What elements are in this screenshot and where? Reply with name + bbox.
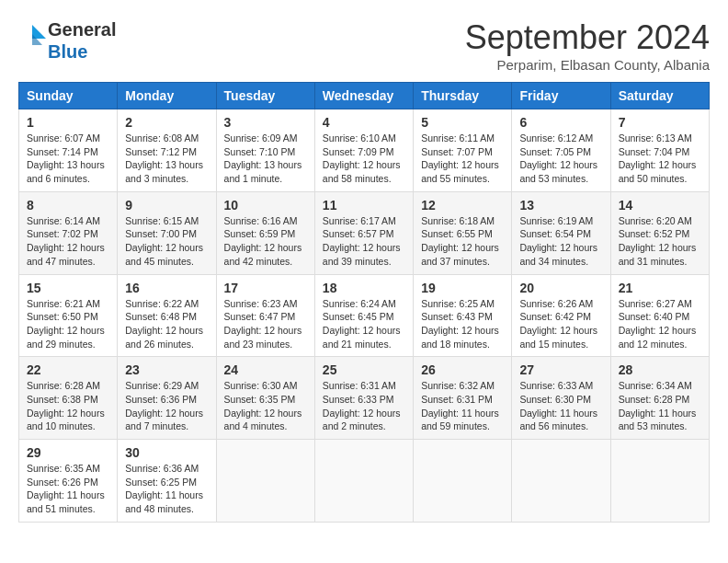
sunset-label: Sunset: 6:57 PM [323, 228, 394, 239]
day-number: 15 [27, 281, 109, 295]
sunrise-label: Sunrise: 6:31 AM [323, 380, 396, 391]
sunrise-label: Sunrise: 6:25 AM [421, 298, 495, 309]
day-number: 2 [125, 115, 208, 130]
calendar-day-cell: 3 Sunrise: 6:09 AM Sunset: 7:10 PM Dayli… [216, 109, 314, 192]
daylight-label: Daylight: 12 hours and 39 minutes. [323, 242, 401, 267]
day-of-week-header: Thursday [414, 83, 512, 109]
sunrise-label: Sunrise: 6:18 AM [421, 215, 495, 226]
sunrise-label: Sunrise: 6:07 AM [27, 132, 100, 144]
calendar-table: SundayMondayTuesdayWednesdayThursdayFrid… [18, 82, 710, 523]
calendar-day-cell: 1 Sunrise: 6:07 AM Sunset: 7:14 PM Dayli… [19, 109, 118, 192]
sunrise-label: Sunrise: 6:24 AM [323, 298, 396, 309]
daylight-label: Daylight: 12 hours and 18 minutes. [421, 325, 499, 350]
day-info: Sunrise: 6:34 AM Sunset: 6:28 PM Dayligh… [619, 379, 701, 433]
day-info: Sunrise: 6:24 AM Sunset: 6:45 PM Dayligh… [323, 297, 405, 351]
sunrise-label: Sunrise: 6:32 AM [421, 380, 495, 391]
calendar-day-cell: 29 Sunrise: 6:35 AM Sunset: 6:26 PM Dayl… [19, 440, 118, 523]
sunrise-label: Sunrise: 6:26 AM [519, 298, 593, 309]
day-info: Sunrise: 6:16 AM Sunset: 6:59 PM Dayligh… [224, 214, 307, 269]
calendar-day-cell: 10 Sunrise: 6:16 AM Sunset: 6:59 PM Dayl… [216, 191, 314, 274]
sunrise-label: Sunrise: 6:35 AM [27, 463, 100, 474]
sunset-label: Sunset: 6:42 PM [519, 311, 591, 322]
daylight-label: Daylight: 12 hours and 10 minutes. [27, 408, 105, 432]
month-title: September 2024 [465, 18, 710, 57]
day-info: Sunrise: 6:32 AM Sunset: 6:31 PM Dayligh… [421, 379, 504, 433]
sunrise-label: Sunrise: 6:29 AM [125, 380, 199, 391]
sunset-label: Sunset: 7:12 PM [125, 146, 197, 157]
sunset-label: Sunset: 7:14 PM [27, 146, 98, 157]
sunrise-label: Sunrise: 6:08 AM [125, 132, 199, 144]
daylight-label: Daylight: 11 hours and 56 minutes. [519, 408, 597, 432]
daylight-label: Daylight: 12 hours and 31 minutes. [619, 242, 697, 267]
calendar-day-cell: 26 Sunrise: 6:32 AM Sunset: 6:31 PM Dayl… [414, 357, 512, 440]
sunset-label: Sunset: 6:30 PM [519, 394, 591, 405]
calendar-day-cell: 25 Sunrise: 6:31 AM Sunset: 6:33 PM Dayl… [314, 357, 413, 440]
day-info: Sunrise: 6:22 AM Sunset: 6:48 PM Dayligh… [125, 297, 208, 351]
daylight-label: Daylight: 12 hours and 29 minutes. [27, 325, 105, 350]
day-number: 22 [27, 362, 109, 377]
calendar-day-cell: 30 Sunrise: 6:36 AM Sunset: 6:25 PM Dayl… [118, 440, 216, 523]
calendar-day-cell: 4 Sunrise: 6:10 AM Sunset: 7:09 PM Dayli… [314, 109, 413, 192]
day-number: 5 [421, 115, 504, 130]
daylight-label: Daylight: 12 hours and 45 minutes. [125, 242, 203, 267]
day-info: Sunrise: 6:12 AM Sunset: 7:05 PM Dayligh… [519, 132, 602, 186]
sunset-label: Sunset: 6:48 PM [125, 311, 197, 322]
day-number: 7 [619, 115, 701, 130]
daylight-label: Daylight: 12 hours and 37 minutes. [421, 242, 499, 267]
sunrise-label: Sunrise: 6:16 AM [224, 215, 298, 226]
logo: General Blue [18, 18, 116, 63]
day-info: Sunrise: 6:27 AM Sunset: 6:40 PM Dayligh… [619, 297, 701, 351]
day-info: Sunrise: 6:19 AM Sunset: 6:54 PM Dayligh… [519, 214, 602, 269]
calendar-day-cell [610, 440, 709, 523]
calendar-week-row: 1 Sunrise: 6:07 AM Sunset: 7:14 PM Dayli… [19, 109, 710, 192]
day-info: Sunrise: 6:29 AM Sunset: 6:36 PM Dayligh… [125, 379, 208, 433]
calendar-day-cell: 12 Sunrise: 6:18 AM Sunset: 6:55 PM Dayl… [414, 191, 512, 274]
day-info: Sunrise: 6:30 AM Sunset: 6:35 PM Dayligh… [224, 379, 307, 433]
calendar-day-cell: 7 Sunrise: 6:13 AM Sunset: 7:04 PM Dayli… [610, 109, 709, 192]
sunset-label: Sunset: 6:52 PM [619, 228, 690, 239]
calendar-day-cell [512, 440, 610, 523]
day-of-week-header: Monday [118, 83, 216, 109]
daylight-label: Daylight: 12 hours and 12 minutes. [619, 325, 697, 350]
sunset-label: Sunset: 6:26 PM [27, 477, 98, 488]
daylight-label: Daylight: 12 hours and 4 minutes. [224, 408, 302, 432]
day-number: 27 [519, 362, 602, 377]
calendar-day-cell: 8 Sunrise: 6:14 AM Sunset: 7:02 PM Dayli… [19, 191, 118, 274]
daylight-label: Daylight: 12 hours and 2 minutes. [323, 408, 401, 432]
sunrise-label: Sunrise: 6:12 AM [519, 132, 593, 144]
day-info: Sunrise: 6:26 AM Sunset: 6:42 PM Dayligh… [519, 297, 602, 351]
day-of-week-header: Wednesday [314, 83, 413, 109]
day-info: Sunrise: 6:20 AM Sunset: 6:52 PM Dayligh… [619, 214, 701, 269]
sunrise-label: Sunrise: 6:14 AM [27, 215, 100, 226]
day-number: 18 [323, 281, 405, 295]
calendar-day-cell: 6 Sunrise: 6:12 AM Sunset: 7:05 PM Dayli… [512, 109, 610, 192]
calendar-week-row: 15 Sunrise: 6:21 AM Sunset: 6:50 PM Dayl… [19, 274, 710, 357]
daylight-label: Daylight: 12 hours and 21 minutes. [323, 325, 401, 350]
calendar-day-cell: 22 Sunrise: 6:28 AM Sunset: 6:38 PM Dayl… [19, 357, 118, 440]
sunrise-label: Sunrise: 6:13 AM [619, 132, 692, 144]
day-of-week-header: Friday [512, 83, 610, 109]
calendar-day-cell: 27 Sunrise: 6:33 AM Sunset: 6:30 PM Dayl… [512, 357, 610, 440]
sunset-label: Sunset: 6:45 PM [323, 311, 394, 322]
day-number: 19 [421, 281, 504, 295]
daylight-label: Daylight: 12 hours and 47 minutes. [27, 242, 105, 267]
sunset-label: Sunset: 6:35 PM [224, 394, 296, 405]
calendar-day-cell: 23 Sunrise: 6:29 AM Sunset: 6:36 PM Dayl… [118, 357, 216, 440]
daylight-label: Daylight: 12 hours and 26 minutes. [125, 325, 203, 350]
day-number: 29 [27, 445, 109, 460]
sunrise-label: Sunrise: 6:17 AM [323, 215, 396, 226]
sunrise-label: Sunrise: 6:15 AM [125, 215, 199, 226]
sunset-label: Sunset: 6:40 PM [619, 311, 690, 322]
sunset-label: Sunset: 6:43 PM [421, 311, 493, 322]
page-header: General Blue September 2024 Perparim, El… [18, 18, 710, 73]
day-number: 12 [421, 198, 504, 213]
sunrise-label: Sunrise: 6:27 AM [619, 298, 692, 309]
day-of-week-header: Tuesday [216, 83, 314, 109]
day-number: 28 [619, 362, 701, 377]
day-info: Sunrise: 6:31 AM Sunset: 6:33 PM Dayligh… [323, 379, 405, 433]
daylight-label: Daylight: 13 hours and 1 minute. [224, 159, 302, 184]
day-info: Sunrise: 6:13 AM Sunset: 7:04 PM Dayligh… [619, 132, 701, 186]
day-number: 26 [421, 362, 504, 377]
day-number: 16 [125, 281, 208, 295]
daylight-label: Daylight: 13 hours and 6 minutes. [27, 159, 105, 184]
